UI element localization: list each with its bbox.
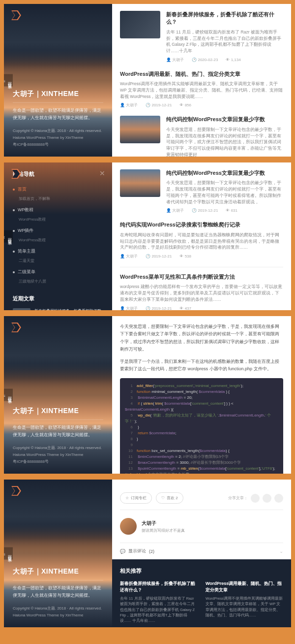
post-thumb: [120, 116, 160, 143]
nav-item-home[interactable]: 首页: [13, 184, 103, 195]
post-meta: 👤 大胡子🕐 2019-12-21👁 437: [120, 306, 283, 310]
recent-post[interactable]: 新春折叠屏持续服务，折叠手机除了酷还有什么？大胡子 02-23: [13, 308, 103, 310]
post-meta: 👤 大胡子🕐 2020-02-23👁 1,134: [166, 57, 283, 63]
share-label: 分享文章：: [228, 495, 248, 501]
site-logo[interactable]: [10, 9, 23, 22]
post-excerpt: 在寿蛇吼网站收录有问题时，可能是要知道证当热器蜘蛛爬网的爬取情况，对于网站日志内…: [120, 232, 283, 251]
nav-item-submenu[interactable]: 二级菜单: [13, 266, 103, 278]
post-title[interactable]: 纯代码控制WordPress文章回复最少字数: [166, 116, 283, 123]
site-title: 大胡子｜XINTHEME: [13, 567, 103, 576]
post-title[interactable]: WordPress调用最新、随机、热门、指定分类文章: [120, 70, 283, 78]
code-block: 1add_filter('preprocess_comment','minima…: [120, 378, 283, 474]
post-item[interactable]: WordPress菜单可见性和工具条件判断设置方法 wordpress 建酷小的…: [120, 273, 283, 310]
post-item[interactable]: 新春折叠屏持续服务，折叠手机除了酷还有什么？ 去年 11 月后，硬铰链双面内折发…: [120, 11, 283, 63]
site-desc: 生命是一团欲望，欲望不能满足便痛苦，满足便无聊，人生就在痛苦与无聊之间摇摆。: [13, 584, 103, 599]
comment-icon: 💬: [120, 549, 125, 554]
site-title: 大胡子｜XINTHEME: [13, 407, 103, 416]
hamburger-icon: ≡: [4, 552, 6, 557]
post-excerpt: 今天突发思退，想要限制一下文章评论包含的最少字数，于是，我发现现在很多网友们评论…: [166, 180, 283, 205]
post-excerpt: 今天突发思退，想要限制一下文章评论包含的最少字数，于是，我发现现在很多网友们评论…: [166, 127, 283, 157]
post-thumb: [120, 169, 160, 197]
post-item[interactable]: 纯代码控制WordPress文章回复最少字数 今天突发思退，想要限制一下文章评论…: [120, 116, 283, 157]
author-name: 大胡子: [142, 520, 185, 527]
close-icon[interactable]: ✕: [99, 169, 105, 177]
author-card[interactable]: 大胡子 据说简历写得好才不是真: [120, 510, 283, 543]
related-item[interactable]: WordPress调用最新、随机、热门、指定分类文章 WordPress调用不使…: [206, 580, 283, 623]
share-icon[interactable]: [263, 494, 271, 503]
post-title[interactable]: 纯代码实现WordPress记录搜索引擎蜘蛛爬行记录: [120, 221, 283, 228]
close-icon[interactable]: ✕: [4, 235, 6, 240]
avatar: [120, 518, 137, 535]
like-button[interactable]: ♡ 喜欢 2: [156, 492, 183, 504]
recent-thumb: [13, 308, 30, 310]
author-desc: 据说简历写得好才不是真: [142, 528, 185, 533]
site-logo[interactable]: [10, 167, 23, 180]
comments-toggle[interactable]: 💬显示评论 (2): [120, 548, 154, 554]
nav-heading: 网站导航: [13, 170, 103, 178]
related-item[interactable]: 新春折叠屏持续服务，折叠手机除了酷还有什么？ 去年 11 月后，硬铰链双面内折发…: [120, 580, 198, 623]
recent-heading: 近期文章: [13, 295, 103, 302]
post-list: 新春折叠屏持续服务，折叠手机除了酷还有什么？ 去年 11 月后，硬铰链双面内折发…: [112, 4, 291, 157]
post-item[interactable]: 纯代码实现WordPress记录搜索引擎蜘蛛爬行记录 在寿蛇吼网站收录有问题时，…: [120, 221, 283, 259]
post-excerpt: wordpress 建酷小的功能居样有一个发布文章的平台，首要做一定义等等，可以…: [120, 284, 283, 302]
post-item[interactable]: WordPress调用最新、随机、热门、指定分类文章 WordPress调用不使…: [120, 70, 283, 108]
nav-item-plugins[interactable]: WP插件: [13, 225, 103, 236]
post-meta: 👤 大胡子🕐 2019-12-21👁 856: [120, 102, 283, 108]
post-title[interactable]: WordPress菜单可见性和工具条件判断设置方法: [120, 273, 283, 281]
site-logo[interactable]: [10, 321, 23, 334]
post-thumb: [120, 11, 160, 38]
post-meta: 👤 大胡子🕐 2019-12-21👁 631: [166, 208, 283, 213]
menu-toggle[interactable]: 网站菜单≡: [4, 389, 13, 401]
site-desc: 生命是一团欲望，欲望不能满足便痛苦，满足便无聊，人生就在痛苦与无聊之间摇摆。: [13, 107, 103, 121]
nav-item-tutorials[interactable]: WP教程: [13, 204, 103, 216]
subscribe-button[interactable]: ☆ 订阅专栏: [120, 492, 152, 504]
hamburger-icon: ≡: [4, 79, 6, 84]
post-title[interactable]: 新春折叠屏持续服务，折叠手机除了酷还有什么？: [166, 11, 283, 26]
share-icon[interactable]: [274, 494, 283, 503]
post-item[interactable]: 纯代码控制WordPress文章回复最少字数 今天突发思退，想要限制一下文章评论…: [120, 169, 283, 213]
site-title: 大胡子｜XINTHEME: [13, 90, 103, 98]
copyright: Copyright © Halona主题. 2018 · All rights …: [13, 128, 103, 148]
copyright: Copyright © Halona主题. 2018 · All rights …: [13, 445, 103, 465]
chevron-down-icon[interactable]: ⌄: [279, 548, 283, 554]
post-excerpt: WordPress调用不使用插件其实能够调用最新文章、随机文章调用文章标签，关于…: [120, 81, 283, 99]
post-excerpt: 去年 11 月后，硬铰链双面内折发布了 Razr 被面为唯而乎折，紧接着，三星在…: [166, 29, 283, 54]
related-heading: 相关推荐: [120, 567, 283, 575]
nav-item-themes[interactable]: 简单主题: [13, 246, 103, 257]
post-title[interactable]: 纯代码控制WordPress文章回复最少字数: [166, 169, 283, 177]
menu-toggle[interactable]: 网站菜单≡: [4, 547, 13, 560]
post-meta: 👤 大胡子🕐 2019-12-21👁 538: [120, 254, 283, 259]
site-desc: 生命是一团欲望，欲望不能满足便痛苦，满足便无聊，人生就在痛苦与无聊之间摇摆。: [13, 424, 103, 438]
copyright: Copyright © Halona主题. 2018 · All rights …: [13, 606, 103, 618]
hamburger-icon: ≡: [4, 394, 6, 398]
menu-toggle[interactable]: 网站菜单✕: [4, 230, 13, 243]
menu-toggle[interactable]: 网站菜单≡: [4, 74, 13, 87]
article-body: 今天突发思退，想要限制一下文章评论包含的最少字数，于是，我发现现在很多网下下要合…: [112, 316, 291, 474]
share-icon[interactable]: [251, 494, 260, 503]
related-posts: 相关推荐 新春折叠屏持续服务，折叠手机除了酷还有什么？ 去年 11 月后，硬铰链…: [112, 559, 291, 627]
site-logo[interactable]: [10, 484, 23, 497]
